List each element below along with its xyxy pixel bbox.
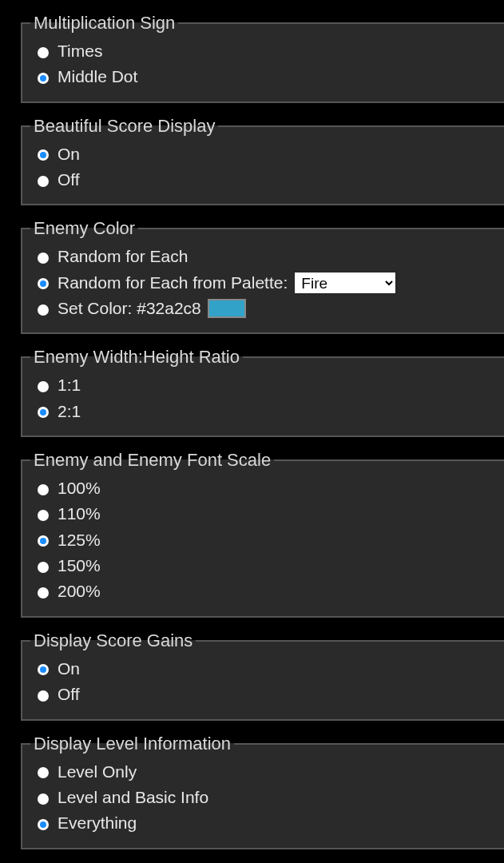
radio-scale-125[interactable] [38,535,49,547]
label-bsd-on[interactable]: On [58,143,80,165]
label-level-basic[interactable]: Level and Basic Info [58,786,208,809]
label-enemy-color-random[interactable]: Random for Each [58,245,188,268]
label-times[interactable]: Times [58,40,102,62]
color-swatch[interactable] [208,299,246,318]
legend-enemy-ratio: Enemy Width:Height Ratio [30,347,243,368]
label-score-gains-off[interactable]: Off [58,683,80,706]
radio-scale-100[interactable] [38,484,49,495]
radio-level-everything[interactable] [38,819,49,830]
label-scale-125[interactable]: 125% [58,529,101,551]
radio-bsd-on[interactable] [38,149,49,161]
label-scale-100[interactable]: 100% [58,477,101,499]
label-scale-110[interactable]: 110% [58,503,101,525]
radio-level-only[interactable] [38,767,49,778]
label-scale-150[interactable]: 150% [58,555,101,577]
select-palette[interactable]: Fire [294,272,396,294]
legend-score-gains: Display Score Gains [30,630,196,651]
legend-level-info: Display Level Information [30,734,234,754]
radio-enemy-color-palette[interactable] [38,278,49,289]
label-ratio-11[interactable]: 1:1 [58,374,81,396]
radio-ratio-21[interactable] [38,407,49,418]
radio-scale-200[interactable] [38,587,49,599]
radio-times[interactable] [38,47,49,58]
radio-level-basic[interactable] [38,793,49,805]
radio-enemy-color-random[interactable] [38,253,49,264]
label-ratio-21[interactable]: 2:1 [58,400,81,423]
label-level-only[interactable]: Level Only [58,761,137,783]
group-multiplication-sign: Multiplication Sign Times Middle Dot [21,13,504,103]
group-enemy-color: Enemy Color Random for Each Random for E… [21,218,504,334]
label-level-everything[interactable]: Everything [58,812,137,834]
legend-enemy-color: Enemy Color [30,218,138,239]
group-beautiful-score-display: Beautiful Score Display On Off [21,116,504,206]
legend-beautiful-score-display: Beautiful Score Display [30,116,218,137]
radio-scale-150[interactable] [38,562,49,573]
label-bsd-off[interactable]: Off [58,169,80,191]
label-set-color-prefix: Set Color: [58,299,137,317]
label-scale-200[interactable]: 200% [58,580,101,603]
group-font-scale: Enemy and Enemy Font Scale 100% 110% 125… [21,450,504,618]
group-level-info: Display Level Information Level Only Lev… [21,734,504,849]
label-set-color-hex: #32a2c8 [137,299,201,317]
radio-score-gains-on[interactable] [38,664,49,675]
legend-multiplication-sign: Multiplication Sign [30,13,178,34]
label-enemy-color-palette[interactable]: Random for Each from Palette: [58,272,288,294]
legend-font-scale: Enemy and Enemy Font Scale [30,450,274,471]
radio-bsd-off[interactable] [38,176,49,187]
label-enemy-color-set[interactable]: Set Color: #32a2c8 [58,297,201,320]
radio-ratio-11[interactable] [38,381,49,392]
group-score-gains: Display Score Gains On Off [21,630,504,721]
radio-enemy-color-set[interactable] [38,304,49,316]
group-enemy-ratio: Enemy Width:Height Ratio 1:1 2:1 [21,347,504,437]
label-score-gains-on[interactable]: On [58,658,80,680]
radio-score-gains-off[interactable] [38,690,49,702]
label-middle-dot[interactable]: Middle Dot [58,66,137,88]
radio-scale-110[interactable] [38,510,49,521]
radio-middle-dot[interactable] [38,73,49,84]
